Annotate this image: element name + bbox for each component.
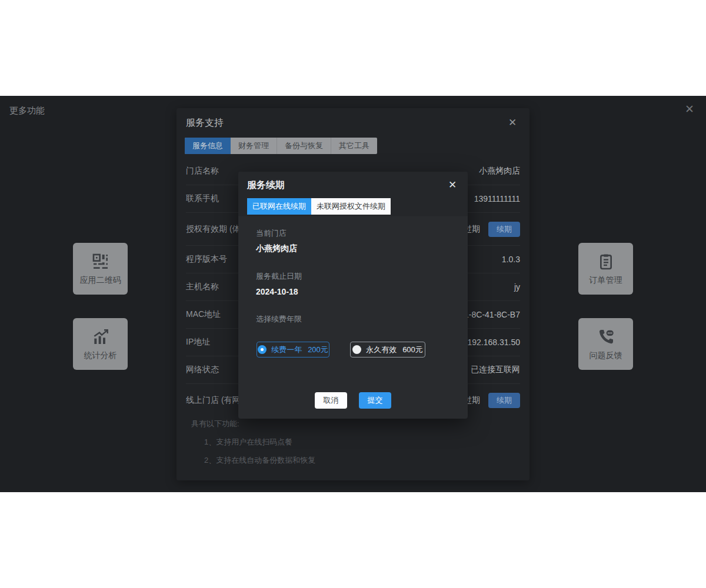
- radio-unselected-icon: [352, 345, 361, 354]
- qr-code-icon: [91, 252, 110, 271]
- tile-order-management[interactable]: 订单管理: [578, 243, 633, 295]
- renew-button[interactable]: 续期: [488, 222, 520, 237]
- feature-item-1: 2、支持在线自动备份数据和恢复: [191, 455, 315, 466]
- clipboard-icon: [597, 252, 615, 271]
- option-price: 600元: [402, 345, 423, 355]
- service-renewal-modal: 服务续期 ✕ 已联网在线续期未联网授权文件续期 当前门店 小燕烤肉店 服务截止日…: [238, 172, 468, 419]
- tile-feedback[interactable]: 问题反馈: [578, 318, 633, 370]
- service-end-date-value: 2024-10-18: [256, 287, 298, 296]
- tile-label: 应用二维码: [80, 275, 121, 286]
- renew-option-1[interactable]: 永久有效600元: [350, 342, 425, 358]
- option-label: 永久有效: [366, 345, 397, 355]
- bar-chart-icon: [91, 328, 110, 346]
- info-row-value-text: 1.0.3: [502, 255, 520, 264]
- dialog-tab-3[interactable]: 其它工具: [331, 138, 377, 154]
- info-row-label: IP地址: [186, 337, 210, 348]
- renewal-term-label: 选择续费年限: [256, 314, 302, 325]
- info-row-value: 已连接互联网: [471, 365, 520, 375]
- current-store-label: 当前门店: [256, 228, 287, 239]
- dialog-title: 服务支持: [186, 117, 224, 129]
- info-row-value: 小燕烤肉店: [479, 166, 520, 176]
- info-row-value: 13911111111: [474, 194, 520, 203]
- feature-item-0: 1、支持用户在线扫码点餐: [191, 437, 315, 447]
- online-store-features: 具有以下功能:1、支持用户在线扫码点餐2、支持在线自动备份数据和恢复: [191, 419, 315, 466]
- radio-selected-icon: [258, 345, 267, 354]
- dialog-tab-2[interactable]: 备份与恢复: [277, 138, 331, 154]
- info-row-label: MAC地址: [186, 309, 221, 320]
- info-row-value-text: 192.168.31.50: [467, 338, 520, 347]
- tile-label: 订单管理: [590, 275, 622, 286]
- info-row-label: 门店名称: [186, 166, 219, 176]
- renewal-tab-0[interactable]: 已联网在线续期: [247, 198, 311, 215]
- info-row-value: 1.0.3: [502, 255, 520, 264]
- renewal-tab-1[interactable]: 未联网授权文件续期: [311, 198, 391, 215]
- dialog-tab-0[interactable]: 服务信息: [185, 138, 231, 154]
- tile-label: 问题反馈: [590, 350, 622, 361]
- close-icon[interactable]: ✕: [508, 118, 517, 128]
- current-store-value: 小燕烤肉店: [256, 243, 297, 254]
- dialog-tab-1[interactable]: 财务管理: [231, 138, 277, 154]
- renew-button[interactable]: 续期: [488, 393, 520, 408]
- phone-feedback-icon: [597, 328, 615, 346]
- info-row-label: 程序版本号: [186, 254, 227, 265]
- info-row-value-text: jy: [514, 282, 520, 292]
- tile-label: 统计分析: [84, 350, 117, 361]
- close-icon[interactable]: ✕: [685, 103, 694, 115]
- option-label: 续费一年: [271, 345, 302, 355]
- info-row-label: 联系手机: [186, 193, 219, 204]
- submit-button[interactable]: 提交: [359, 392, 391, 409]
- info-row-value-text: 小燕烤肉店: [479, 166, 520, 176]
- info-row-label: 主机名称: [186, 282, 219, 292]
- option-price: 200元: [308, 345, 328, 355]
- info-row-value: jy: [514, 282, 520, 292]
- renew-option-0[interactable]: 续费一年200元: [257, 342, 329, 358]
- dialog-tab-bar: 服务信息财务管理备份与恢复其它工具: [185, 138, 377, 154]
- close-icon[interactable]: ✕: [448, 180, 457, 190]
- tile-statistics[interactable]: 统计分析: [73, 318, 128, 370]
- info-row-value: 过期续期: [464, 222, 520, 237]
- info-row-value-text: 已连接互联网: [471, 365, 520, 375]
- info-row-label: 网络状态: [186, 365, 219, 375]
- cancel-button[interactable]: 取消: [315, 392, 347, 409]
- tile-app-qrcode[interactable]: 应用二维码: [73, 243, 128, 295]
- features-heading: 具有以下功能:: [191, 419, 315, 429]
- info-row-value: 192.168.31.50: [467, 338, 520, 347]
- page-title: 更多功能: [9, 105, 45, 116]
- renewal-tab-bar: 已联网在线续期未联网授权文件续期: [247, 198, 391, 215]
- screen: 更多功能 ✕ 应用二维码: [0, 0, 706, 588]
- modal-title: 服务续期: [247, 179, 285, 192]
- info-row-value-text: 13911111111: [474, 194, 520, 203]
- service-end-date-label: 服务截止日期: [256, 271, 302, 282]
- info-row-value: 过期续期: [464, 393, 520, 408]
